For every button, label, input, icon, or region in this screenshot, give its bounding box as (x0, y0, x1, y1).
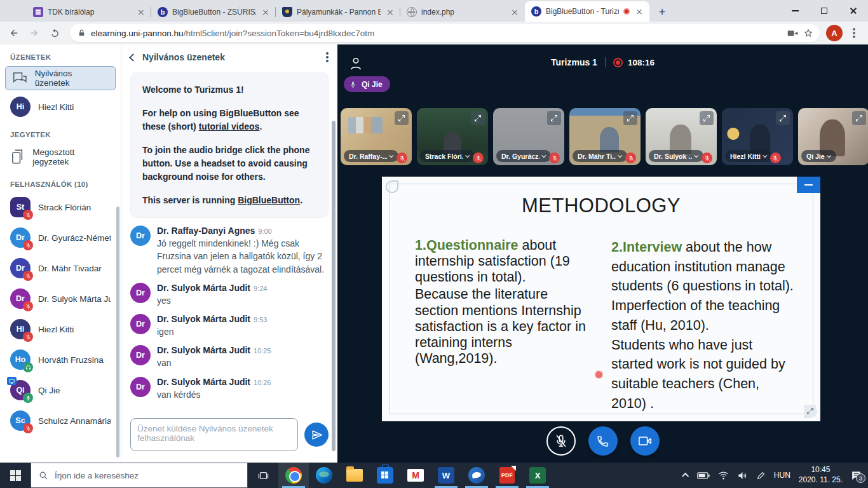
webcam-share-button[interactable] (630, 426, 660, 456)
back-chevron-icon[interactable] (129, 53, 137, 62)
tab-bbb-turizmus-active[interactable]: BigBlueButton - Turizmus (525, 1, 649, 22)
leave-audio-button[interactable] (588, 426, 618, 456)
fullscreen-icon[interactable] (776, 111, 790, 125)
action-center-button[interactable]: 3 (851, 470, 862, 480)
taskbar-file-explorer[interactable] (339, 463, 370, 488)
send-icon (311, 430, 322, 440)
task-view-button[interactable] (248, 463, 278, 488)
user-list-item[interactable]: Hi Hiezl Kitti (0, 314, 121, 344)
slide-column-2: 2.Interview about the how education inst… (611, 238, 796, 414)
taskbar-word[interactable]: W (431, 463, 461, 488)
fullscreen-icon[interactable] (471, 111, 485, 125)
webcam-sulyok[interactable]: Dr. Sulyok ... (646, 108, 717, 165)
address-bar[interactable]: elearning.uni-pannon.hu/html5client/join… (70, 24, 820, 42)
tray-expand-icon[interactable] (682, 473, 689, 480)
webcam-name-dropdown[interactable]: Strack Flóri... (420, 150, 475, 162)
talking-indicator[interactable]: Qi Jie (344, 76, 390, 92)
user-list-item[interactable]: Dr Dr. Máhr Tivadar (0, 253, 121, 283)
browser-profile-avatar[interactable]: A (826, 25, 843, 41)
recording-indicator[interactable]: 108:16 (613, 58, 654, 67)
tab-bbb-zsuriszoba[interactable]: BigBlueButton - ZSÚRISZOBA (151, 3, 276, 22)
webcam-name-dropdown[interactable]: Dr. Máhr Ti... (573, 150, 627, 162)
chat-panel-title[interactable]: Nyilvános üzenetek (142, 52, 326, 62)
tab-close-icon[interactable] (510, 7, 520, 17)
webcam-name-dropdown[interactable]: Dr. Gyurácz... (496, 150, 551, 162)
webcam-strack[interactable]: Strack Flóri... (417, 108, 488, 165)
fullscreen-icon[interactable] (547, 111, 561, 125)
webcam-name-dropdown[interactable]: Dr. Sulyok ... (649, 150, 703, 162)
user-list-item[interactable]: Sc Schulcz Annamária (0, 405, 121, 436)
battery-icon[interactable] (697, 471, 710, 480)
presentation-fullscreen-icon[interactable] (804, 405, 816, 417)
back-button[interactable] (5, 24, 23, 42)
window-restore-button[interactable] (810, 0, 839, 22)
tab-close-icon[interactable] (136, 7, 146, 17)
tab-close-icon[interactable] (634, 6, 644, 17)
sidebar-item-public-chat[interactable]: Nyilvános üzenetek (5, 66, 116, 90)
mute-button[interactable] (546, 426, 576, 456)
media-camera-icon[interactable] (787, 29, 798, 37)
taskbar-chrome[interactable] (278, 463, 309, 488)
sidebar-scrollbar[interactable] (116, 207, 119, 458)
webcam-raffay[interactable]: Dr. Raffay-... (341, 108, 412, 165)
send-message-button[interactable] (304, 423, 329, 447)
tab-palyamunkak[interactable]: Pályamunkák - Pannon Egyete (276, 3, 400, 22)
tab-tdk-biralolap[interactable]: TDK bírálólap (27, 3, 151, 22)
reload-button[interactable] (46, 24, 64, 42)
user-name: Dr. Gyurácz-Német... (38, 233, 111, 243)
user-list-item[interactable]: Dr Dr. Gyurácz-Német... (0, 222, 121, 253)
webcam-name-dropdown[interactable]: Hiezl Kitti (725, 150, 772, 162)
user-name: Qi Jie (38, 386, 60, 395)
url-text[interactable]: elearning.uni-pannon.hu/html5client/join… (91, 29, 782, 38)
slide-title: METHODOLOGY (382, 194, 820, 217)
browser-menu-button[interactable] (845, 24, 863, 42)
language-indicator[interactable]: HUN (774, 471, 790, 480)
sidebar-item-private-chat[interactable]: Hi Hiezl Kitti (0, 92, 121, 122)
tutorial-videos-link[interactable]: tutorial videos (199, 121, 260, 132)
taskbar-pdf[interactable]: PDF (492, 463, 522, 488)
muted-mic-icon (23, 240, 33, 250)
fullscreen-icon[interactable] (395, 111, 409, 125)
taskbar-thunderbird[interactable] (461, 463, 492, 488)
user-list-item[interactable]: Dr Dr. Sulyok Márta Ju... (0, 283, 121, 314)
wifi-icon[interactable] (718, 471, 729, 480)
start-button[interactable] (0, 463, 31, 488)
taskbar-edge[interactable] (309, 463, 339, 488)
webcam-qijie[interactable]: Qi Jie (798, 108, 868, 165)
user-list-item[interactable]: Ho Horváth Fruzsina (0, 344, 121, 375)
webcam-mahr[interactable]: Dr. Máhr Ti... (569, 108, 641, 165)
chat-scrollbar[interactable] (332, 121, 336, 451)
volume-icon[interactable] (737, 471, 748, 480)
taskbar-excel[interactable]: X (522, 463, 553, 488)
avatar: Ho (10, 349, 31, 370)
fullscreen-icon[interactable] (700, 111, 714, 125)
new-tab-button[interactable]: + (653, 3, 671, 21)
webcam-name-dropdown[interactable]: Qi Jie (801, 150, 836, 162)
user-list-item[interactable]: St Strack Flórián (0, 192, 121, 222)
taskbar-store[interactable] (370, 463, 400, 488)
chat-options-menu-icon[interactable] (326, 56, 329, 58)
minimize-presentation-button[interactable] (797, 177, 820, 193)
bookmark-star-icon[interactable] (803, 28, 813, 38)
webcam-name-dropdown[interactable]: Dr. Raffay-... (344, 150, 398, 162)
tab-close-icon[interactable] (261, 7, 271, 17)
bigbluebutton-link[interactable]: BigBlueButton (238, 195, 300, 205)
presentation-slide[interactable]: METHODOLOGY 1.Questionnaire about intern… (382, 177, 820, 421)
window-close-button[interactable] (839, 0, 868, 22)
taskbar-search[interactable]: Írjon ide a kereséshez (31, 463, 248, 488)
pen-icon[interactable] (756, 471, 766, 480)
chat-message-input[interactable] (130, 418, 298, 451)
user-list-item[interactable]: Qi Qi Jie (0, 375, 121, 405)
webcam-hiezl[interactable]: Hiezl Kitti (722, 108, 793, 165)
window-minimize-button[interactable] (780, 0, 810, 22)
fullscreen-icon[interactable] (852, 111, 866, 125)
forward-button[interactable] (25, 24, 43, 42)
sidebar-item-shared-notes[interactable]: Megosztott jegyzetek (0, 142, 121, 172)
tab-close-icon[interactable] (385, 7, 395, 17)
tab-index-php[interactable]: index.php (400, 3, 525, 22)
users-section-header: FELHASZNÁLÓK (10) (0, 172, 121, 192)
webcam-gyuracz[interactable]: Dr. Gyurácz... (493, 108, 564, 165)
taskbar-clock[interactable]: 10:45 2020. 11. 25. (799, 465, 843, 485)
taskbar-gmail[interactable]: M (400, 463, 431, 488)
fullscreen-icon[interactable] (623, 111, 637, 125)
